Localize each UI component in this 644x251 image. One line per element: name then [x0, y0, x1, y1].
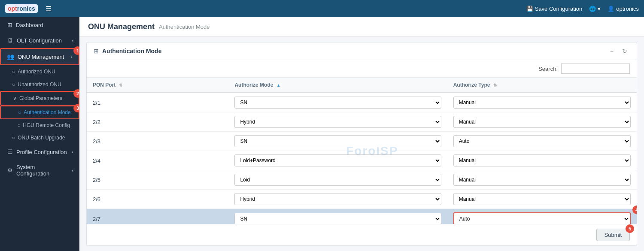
- sidebar-item-label: ONU Management: [18, 54, 67, 60]
- sidebar-item-onu-management[interactable]: 👥 ONU Management ‹ 1: [0, 48, 79, 65]
- authorize-mode-select[interactable]: SNHybridLoid+PasswordLoidSN+Password: [234, 193, 441, 205]
- main-layout: ⊞ Dashboard 🖥 OLT Configuration ‹ 👥 ONU …: [0, 17, 644, 251]
- globe-icon: 🌐: [589, 6, 596, 12]
- authorize-mode-cell: SNHybridLoid+PasswordLoidSN+Password: [228, 190, 447, 209]
- logo: optronics: [5, 4, 38, 13]
- sort-icon: ⇅: [119, 83, 122, 88]
- chevron-icon: ‹: [72, 38, 73, 43]
- authorize-type-select[interactable]: ManualAuto: [453, 154, 631, 166]
- olt-icon: 🖥: [7, 37, 13, 44]
- onu-icon: 👥: [7, 53, 14, 60]
- minimize-button[interactable]: −: [608, 47, 616, 55]
- sidebar-item-label: Authorized ONU: [18, 69, 55, 75]
- user-menu[interactable]: 👤 optronics: [608, 6, 639, 12]
- pon-port-cell: 2/1: [87, 93, 228, 112]
- card-actions: − ↻: [608, 47, 630, 55]
- authorize-type-cell: 4ManualAuto: [447, 209, 637, 224]
- sidebar-item-profile-configuration[interactable]: ☰ Profile Configuration ‹: [0, 144, 79, 160]
- sidebar-item-hgu-remote-config[interactable]: ○ HGU Remote Config: [0, 119, 79, 131]
- card-header: ⊞ Authentication Mode − ↻: [87, 42, 637, 60]
- sidebar-item-label: Global Parameters: [19, 95, 62, 101]
- sort-icon-active: ▲: [276, 83, 281, 88]
- circle-icon: ○: [12, 82, 15, 88]
- sidebar-item-system-configuration[interactable]: ⚙ System Configuration ‹: [0, 160, 79, 181]
- chevron-icon: ‹: [72, 149, 73, 154]
- authorize-type-cell: ManualAuto: [447, 190, 637, 209]
- col-pon-port: PON Port ⇅: [87, 78, 228, 93]
- authorize-mode-select[interactable]: SNHybridLoid+PasswordLoidSN+Password: [234, 97, 441, 109]
- chevron-icon: ‹: [71, 54, 73, 59]
- circle-icon: ○: [17, 122, 20, 128]
- sidebar-item-global-parameters[interactable]: ∨ Global Parameters 2: [0, 91, 79, 106]
- save-icon: 💾: [526, 6, 533, 12]
- sidebar-item-label: Profile Configuration: [16, 149, 68, 155]
- navbar-right: 💾 Save Configuration 🌐 ▾ 👤 optronics: [526, 6, 639, 12]
- chevron-icon: ‹: [72, 168, 73, 173]
- user-label: optronics: [616, 6, 639, 12]
- authorize-type-cell: ManualAuto: [447, 170, 637, 190]
- sidebar-item-label: HGU Remote Config: [23, 122, 70, 128]
- sidebar-item-olt-configuration[interactable]: 🖥 OLT Configuration ‹: [0, 33, 79, 48]
- col-authorize-type: Authorize Type ⇅: [447, 78, 637, 93]
- sidebar-item-authentication-mode[interactable]: ○ Authentication Mode 3: [0, 106, 79, 119]
- content-area: ONU Management Authentication Mode ⊞ Aut…: [79, 17, 644, 251]
- page-header: ONU Management Authentication Mode: [79, 17, 644, 37]
- save-config-button[interactable]: 💾 Save Configuration: [526, 6, 583, 12]
- table-row: 2/2SNHybridLoid+PasswordLoidSN+PasswordM…: [87, 112, 637, 132]
- pon-port-cell: 2/7: [87, 209, 228, 224]
- table-row: 2/4SNHybridLoid+PasswordLoidSN+PasswordM…: [87, 151, 637, 170]
- authorize-type-select[interactable]: ManualAuto: [453, 97, 631, 109]
- authorize-type-select[interactable]: ManualAuto: [453, 174, 631, 186]
- sidebar-item-dashboard[interactable]: ⊞ Dashboard: [0, 17, 79, 33]
- col-authorize-mode: Authorize Mode ▲: [228, 78, 447, 93]
- profile-icon: ☰: [7, 148, 13, 155]
- table-icon: ⊞: [94, 48, 99, 54]
- page-subtitle: Authentication Mode: [159, 24, 210, 30]
- authorize-mode-select[interactable]: SNHybridLoid+PasswordLoidSN+Password: [234, 116, 441, 128]
- main-card: ⊞ Authentication Mode − ↻ Search: ForoIS…: [86, 42, 637, 246]
- table-row: 2/6SNHybridLoid+PasswordLoidSN+PasswordM…: [87, 190, 637, 209]
- pon-port-cell: 2/4: [87, 151, 228, 170]
- search-label: Search:: [538, 66, 558, 72]
- authorize-type-select[interactable]: ManualAuto: [453, 193, 631, 205]
- page-title: ONU Management: [88, 22, 155, 31]
- authorize-mode-select[interactable]: SNHybridLoid+PasswordLoidSN+Password: [234, 154, 441, 166]
- expand-icon: ∨: [13, 95, 17, 101]
- pon-port-cell: 2/2: [87, 112, 228, 132]
- lang-chevron: ▾: [598, 6, 601, 12]
- table-row: 2/7SNHybridLoid+PasswordLoidSN+Password4…: [87, 209, 637, 224]
- sidebar-item-label: ONU Batch Upgrade: [18, 135, 65, 141]
- authorize-type-select[interactable]: ManualAuto: [453, 116, 631, 128]
- authorize-mode-select[interactable]: SNHybridLoid+PasswordLoidSN+Password: [234, 174, 441, 186]
- brand: optronics ☰: [5, 4, 52, 13]
- pon-port-cell: 2/6: [87, 190, 228, 209]
- authorize-type-select[interactable]: ManualAuto: [453, 135, 631, 147]
- sidebar-item-unauthorized-onu[interactable]: ○ Unauthorized ONU: [0, 78, 79, 91]
- sidebar-item-onu-batch-upgrade[interactable]: ○ ONU Batch Upgrade: [0, 131, 79, 144]
- table-wrapper: ForoISP PON Port ⇅ Authorize Mode ▲ Auth…: [87, 78, 637, 224]
- sidebar-item-label: Unauthorized ONU: [18, 82, 61, 88]
- system-icon: ⚙: [7, 167, 13, 174]
- sidebar-item-label: OLT Configuration: [17, 37, 68, 44]
- language-selector[interactable]: 🌐 ▾: [589, 6, 601, 12]
- card-title: Authentication Mode: [102, 48, 604, 54]
- authorize-mode-select[interactable]: SNHybridLoid+PasswordLoidSN+Password: [234, 135, 441, 147]
- user-icon: 👤: [608, 6, 614, 12]
- sort-icon: ⇅: [493, 83, 497, 88]
- sidebar-item-authorized-onu[interactable]: ○ Authorized ONU: [0, 65, 79, 78]
- refresh-button[interactable]: ↻: [620, 47, 630, 55]
- step-badge-4: 4: [632, 206, 637, 214]
- authorize-mode-cell: SNHybridLoid+PasswordLoidSN+Password: [228, 170, 447, 190]
- authorize-mode-cell: SNHybridLoid+PasswordLoidSN+Password: [228, 132, 447, 151]
- table-header: PON Port ⇅ Authorize Mode ▲ Authorize Ty…: [87, 78, 637, 93]
- authorize-mode-cell: SNHybridLoid+PasswordLoidSN+Password: [228, 151, 447, 170]
- submit-button[interactable]: Submit: [596, 229, 630, 241]
- hamburger-icon[interactable]: ☰: [46, 5, 52, 13]
- table-row: 2/1SNHybridLoid+PasswordLoidSN+PasswordM…: [87, 93, 637, 112]
- authorize-mode-select[interactable]: SNHybridLoid+PasswordLoidSN+Password: [234, 213, 441, 224]
- table-row: 2/3SNHybridLoid+PasswordLoidSN+PasswordM…: [87, 132, 637, 151]
- pon-port-cell: 2/5: [87, 170, 228, 190]
- search-input[interactable]: [561, 64, 630, 74]
- sidebar-item-label: System Configuration: [16, 164, 68, 177]
- authorize-type-select[interactable]: ManualAuto: [453, 212, 631, 224]
